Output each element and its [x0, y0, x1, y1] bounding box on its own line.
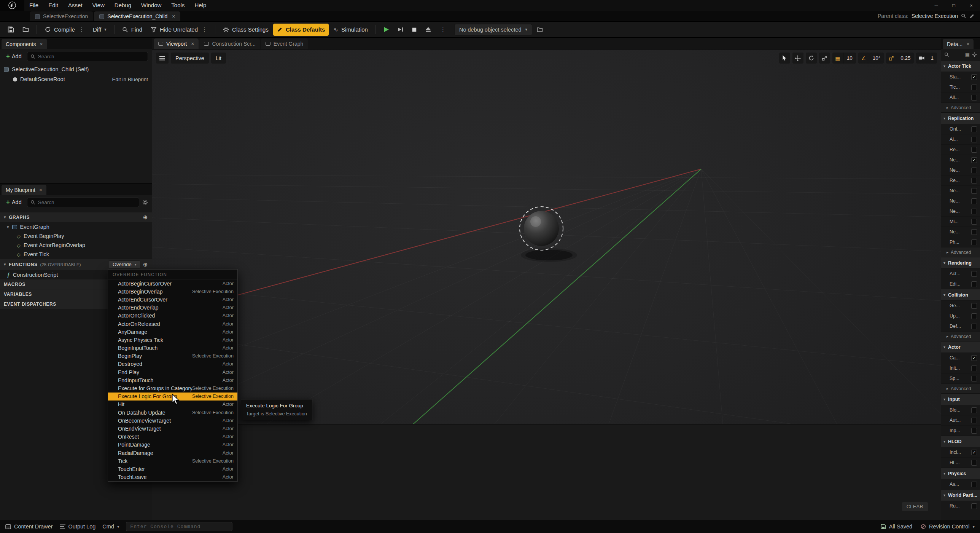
details-search-bar[interactable]: ▦ — [941, 49, 980, 61]
property-checkbox[interactable] — [971, 209, 977, 214]
clear-button[interactable]: CLEAR — [902, 502, 928, 511]
add-component-button[interactable]: + Add — [4, 53, 24, 60]
property-checkbox[interactable] — [971, 324, 977, 329]
event-row-event-beginplay[interactable]: ◇Event BeginPlay — [0, 231, 152, 241]
add-function-icon[interactable]: ⊕ — [143, 261, 148, 268]
unreal-logo-icon[interactable] — [0, 0, 24, 11]
property-checkbox[interactable] — [971, 313, 977, 319]
eventgraph-row[interactable]: ▾ EventGraph — [0, 222, 152, 231]
sphere-mesh[interactable] — [524, 211, 559, 246]
property-checkbox[interactable]: ✓ — [971, 355, 977, 361]
menubar-item-debug[interactable]: Debug — [110, 0, 136, 11]
property-checkbox[interactable] — [971, 126, 977, 132]
override-menu-item-onbecomeviewtarget[interactable]: OnBecomeViewTargetActor — [108, 417, 237, 424]
property-checkbox[interactable] — [971, 376, 977, 381]
tab-selectiveexecution-child[interactable]: SelectiveExecution_Child × — [94, 11, 180, 21]
advanced-row[interactable]: ▸Advanced — [941, 384, 980, 394]
functions-section-header[interactable]: ▾ FUNCTIONS (25 OVERRIDABLE) Override ▾ … — [0, 259, 152, 270]
advanced-row[interactable]: ▸Advanced — [941, 103, 980, 113]
override-menu-item-pointdamage[interactable]: PointDamageActor — [108, 441, 237, 449]
close-panel-icon[interactable]: × — [966, 41, 969, 47]
play-options-button[interactable]: ⋮ — [436, 24, 450, 36]
cmd-selector[interactable]: Cmd ▾ — [102, 523, 119, 530]
my-blueprint-search-input[interactable] — [38, 199, 136, 205]
frame-skip-button[interactable] — [394, 24, 407, 36]
override-menu-item-actorbeginoverlap[interactable]: ActorBeginOverlapSelective Execution — [108, 287, 237, 295]
override-menu-item-anydamage[interactable]: AnyDamageActor — [108, 328, 237, 336]
override-dropdown-button[interactable]: Override ▾ — [109, 260, 140, 269]
add-graph-icon[interactable]: ⊕ — [143, 214, 148, 221]
property-checkbox[interactable] — [971, 229, 977, 235]
close-panel-icon[interactable]: × — [39, 187, 42, 193]
details-settings-gear-icon[interactable] — [972, 52, 977, 57]
menubar-item-window[interactable]: Window — [136, 0, 166, 11]
details-section-physics[interactable]: ▾Physics — [941, 468, 980, 479]
hide-unrelated-options-icon[interactable]: ⋮ — [202, 26, 207, 33]
advanced-row[interactable]: ▸Advanced — [941, 332, 980, 342]
menubar-item-view[interactable]: View — [88, 0, 110, 11]
property-checkbox[interactable] — [971, 428, 977, 434]
hide-unrelated-button[interactable]: Hide Unrelated ⋮ — [147, 24, 211, 36]
camera-speed-control[interactable]: 1 — [916, 53, 937, 64]
viewport-options-menu-icon[interactable] — [156, 53, 169, 64]
components-search[interactable] — [27, 52, 148, 61]
menubar-item-help[interactable]: Help — [189, 0, 211, 11]
browse-content-button[interactable] — [19, 24, 33, 36]
property-checkbox[interactable] — [971, 188, 977, 194]
override-menu-item-actoronreleased[interactable]: ActorOnReleasedActor — [108, 320, 237, 328]
my-blueprint-panel-tab[interactable]: My Blueprint × — [2, 185, 46, 195]
compile-options-icon[interactable]: ⋮ — [79, 26, 84, 33]
display-filter-icon[interactable]: ▦ — [965, 52, 970, 57]
details-section-actor[interactable]: ▾Actor — [941, 342, 980, 353]
override-menu-item-execute-for-groups-in-category[interactable]: Execute for Groups in CategorySelective … — [108, 384, 237, 392]
rotation-snap-control[interactable]: ∠ 10° — [858, 53, 884, 64]
perspective-button[interactable]: Perspective — [171, 53, 209, 64]
scale-tool-icon[interactable] — [819, 53, 830, 64]
rotate-tool-icon[interactable] — [806, 53, 817, 64]
my-blueprint-search[interactable] — [27, 198, 139, 207]
details-panel-tab[interactable]: Deta... × — [943, 39, 974, 49]
details-section-rendering[interactable]: ▾Rendering — [941, 257, 980, 269]
components-search-input[interactable] — [38, 54, 145, 59]
advanced-row[interactable]: ▸Advanced — [941, 247, 980, 257]
property-checkbox[interactable] — [971, 271, 977, 277]
override-menu-item-touchenter[interactable]: TouchEnterActor — [108, 465, 237, 473]
property-checkbox[interactable] — [971, 418, 977, 423]
override-menu-item-actorbegincursorover[interactable]: ActorBeginCursorOverActor — [108, 279, 237, 287]
property-checkbox[interactable] — [971, 198, 977, 204]
viewport-tab-event-graph[interactable]: Event Graph — [261, 38, 308, 49]
menubar-item-asset[interactable]: Asset — [63, 0, 88, 11]
override-menu-item-async-physics-tick[interactable]: Async Physics TickActor — [108, 336, 237, 344]
override-menu-item-on-datahub-update[interactable]: On Datahub UpdateSelective Execution — [108, 409, 237, 417]
save-button[interactable] — [4, 24, 18, 36]
property-checkbox[interactable] — [971, 219, 977, 225]
parent-class-value[interactable]: Selective Execution — [912, 13, 958, 19]
property-checkbox[interactable]: ✓ — [971, 157, 977, 163]
content-drawer-button[interactable]: Content Drawer — [5, 523, 53, 530]
minimize-button[interactable]: ─ — [928, 0, 945, 11]
viewport-tab-construction-scr[interactable]: Construction Scr... — [199, 38, 260, 49]
property-checkbox[interactable]: ✓ — [971, 74, 977, 80]
revision-control-button[interactable]: Revision Control ▾ — [921, 523, 975, 530]
property-checkbox[interactable] — [971, 460, 977, 466]
viewport[interactable]: Perspective Lit — [152, 49, 941, 424]
details-section-actor-tick[interactable]: ▾Actor Tick — [941, 61, 980, 72]
component-row-defaultsceneroot[interactable]: DefaultSceneRoot Edit in Blueprint — [0, 74, 152, 84]
property-checkbox[interactable] — [971, 178, 977, 184]
override-menu-item-onendviewtarget[interactable]: OnEndViewTargetActor — [108, 424, 237, 432]
details-section-hlod[interactable]: ▾HLOD — [941, 436, 980, 447]
scale-snap-control[interactable]: 0.25 — [886, 53, 914, 64]
menubar-item-edit[interactable]: Edit — [43, 0, 63, 11]
details-section-collision[interactable]: ▾Collision — [941, 289, 980, 301]
override-menu-item-onreset[interactable]: OnResetActor — [108, 433, 237, 441]
components-panel-tab[interactable]: Components × — [2, 39, 47, 49]
property-checkbox[interactable]: ✓ — [971, 450, 977, 455]
property-checkbox[interactable] — [971, 85, 977, 90]
details-section-world-parti[interactable]: ▾World Parti... — [941, 490, 980, 501]
diff-button[interactable]: Diff ▾ — [89, 24, 110, 36]
component-row-self[interactable]: SelectiveExecution_Child (Self) — [0, 64, 152, 74]
details-section-input[interactable]: ▾Input — [941, 394, 980, 405]
browse-debug-object-button[interactable] — [533, 24, 547, 36]
property-checkbox[interactable] — [971, 503, 977, 509]
compile-button[interactable]: Compile ⋮ — [41, 24, 88, 36]
